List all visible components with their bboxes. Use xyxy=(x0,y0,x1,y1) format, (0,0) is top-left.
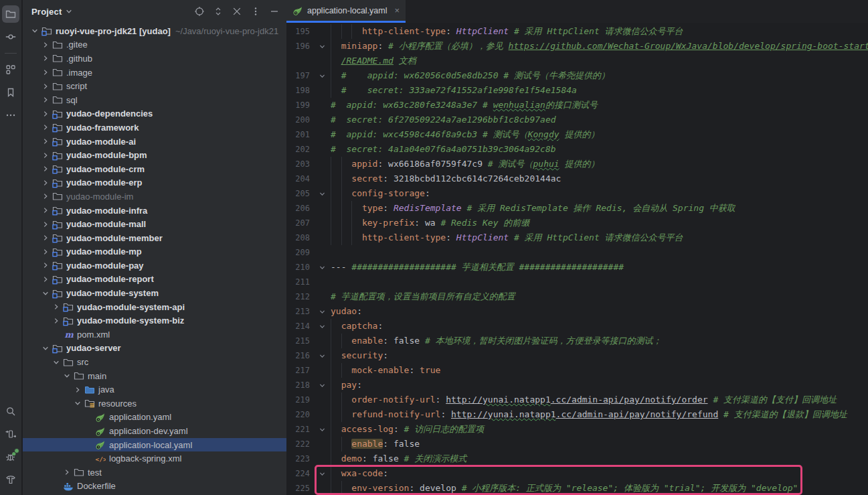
code-line-222[interactable]: 222 enable: false xyxy=(286,437,868,451)
tree-item-.github[interactable]: .github xyxy=(23,52,286,66)
tree-item-yudao-module-report[interactable]: yudao-module-report xyxy=(23,273,286,287)
tree-item-.gitee[interactable]: .gitee xyxy=(23,38,286,52)
chevron-right-icon[interactable] xyxy=(40,247,51,257)
fold-icon[interactable] xyxy=(313,378,331,393)
more-tool-windows-tool-button[interactable] xyxy=(2,107,19,124)
tree-item-application.yaml[interactable]: application.yaml xyxy=(23,411,286,425)
fold-icon[interactable] xyxy=(313,304,331,319)
services-tool-button[interactable] xyxy=(2,425,19,443)
chevron-right-icon[interactable] xyxy=(51,302,62,311)
editor-code[interactable]: 195 http-client-type: HttpClient # 采用 Ht… xyxy=(286,23,868,495)
search-tool-button[interactable] xyxy=(2,403,19,420)
project-tool-button[interactable] xyxy=(2,5,19,23)
tree-item-yudao-module-system[interactable]: yudao-module-system xyxy=(23,286,286,300)
chevron-right-icon[interactable] xyxy=(40,109,51,119)
chevron-right-icon[interactable] xyxy=(40,164,51,173)
fold-icon[interactable] xyxy=(313,422,331,437)
code-line-213[interactable]: 213yudao: xyxy=(286,304,868,319)
options-button[interactable] xyxy=(250,6,261,17)
fold-icon[interactable] xyxy=(313,348,331,363)
tab-application-local.yaml[interactable]: application-local.yaml× xyxy=(286,0,406,23)
tree-item-yudao-module-system-api[interactable]: yudao-module-system-api xyxy=(23,300,286,314)
structure-tool-button[interactable] xyxy=(2,61,19,78)
chevron-down-icon[interactable] xyxy=(40,289,51,298)
chevron-down-icon[interactable] xyxy=(29,26,40,36)
code-line-207[interactable]: 207 key-prefix: wa # Redis Key 的前缀 xyxy=(286,216,868,230)
chevron-down-icon[interactable] xyxy=(62,371,72,380)
chevron-right-icon[interactable] xyxy=(40,137,51,146)
chevron-right-icon[interactable] xyxy=(40,82,51,91)
tree-item-main[interactable]: main xyxy=(23,369,286,383)
tree-item-yudao-module-mall[interactable]: yudao-module-mall xyxy=(23,217,286,231)
chevron-right-icon[interactable] xyxy=(40,95,51,104)
tree-item-yudao-server[interactable]: yudao-server xyxy=(23,342,286,356)
chevron-right-icon[interactable] xyxy=(40,275,51,284)
tree-item-yudao-module-infra[interactable]: yudao-module-infra xyxy=(23,204,286,218)
chevron-right-icon[interactable] xyxy=(62,468,72,477)
code-line-221[interactable]: 221 access-log: # 访问日志的配置项 xyxy=(286,422,868,437)
code-line-198[interactable]: 198 # secret: 333ae72f41552af1e998fe1f54… xyxy=(286,83,868,98)
code-line-216[interactable]: 216 security: xyxy=(286,348,868,363)
tree-item-src[interactable]: src xyxy=(23,355,286,369)
code-line-225[interactable]: 225 env-version: develop # 小程序版本: 正式版为 "… xyxy=(286,481,868,495)
chevron-down-icon[interactable] xyxy=(72,399,83,408)
tree-item-yudao-module-mp[interactable]: yudao-module-mp xyxy=(23,245,286,259)
code-line-196[interactable]: 196 miniapp: # 小程序配置（必填），参见 https://gith… xyxy=(286,39,868,54)
tree-item-yudao-module-pay[interactable]: yudao-module-pay xyxy=(23,259,286,273)
chevron-right-icon[interactable] xyxy=(40,178,51,188)
tree-item-dockerfile[interactable]: Dockerfile xyxy=(23,480,286,494)
debug-tool-button[interactable] xyxy=(2,448,19,466)
code-line-211[interactable]: 211 xyxy=(286,275,868,289)
code-line-218[interactable]: 218 pay: xyxy=(286,378,868,393)
code-line-199[interactable]: 199# appid: wx63c280fe3248a3e7 # wenhual… xyxy=(286,98,868,113)
tree-item-logback-spring.xml[interactable]: </>logback-spring.xml xyxy=(23,451,286,466)
chevron-right-icon[interactable] xyxy=(40,206,51,215)
code-line-205[interactable]: 205 config-storage: xyxy=(286,186,868,201)
tree-item-yudao-module-erp[interactable]: yudao-module-erp xyxy=(23,176,286,190)
code-line-214[interactable]: 214 captcha: xyxy=(286,319,868,334)
tree-item-yudao-framework[interactable]: yudao-framework xyxy=(23,121,286,135)
tree-item-test[interactable]: test xyxy=(23,466,286,480)
code-line-200[interactable]: 200# secret: 6f270509224a7ae1296bbf1c8cb… xyxy=(286,113,868,127)
expand-collapse-button[interactable] xyxy=(213,6,224,17)
chevron-right-icon[interactable] xyxy=(40,40,51,50)
tree-item-pom.xml[interactable]: mpom.xml xyxy=(23,328,286,342)
code-line-219[interactable]: 219 order-notify-url: http://yunai.natap… xyxy=(286,393,868,407)
chevron-right-icon[interactable] xyxy=(72,385,83,395)
chevron-right-icon[interactable] xyxy=(40,233,51,242)
tree-item-yudao-module-member[interactable]: yudao-module-member xyxy=(23,231,286,245)
chevron-right-icon[interactable] xyxy=(40,123,51,132)
fold-icon[interactable] xyxy=(313,39,331,54)
code-line-197[interactable]: 197 # appid: wx62056c0d5e8db250 # 测试号（牛希… xyxy=(286,68,868,83)
tree-item-resources[interactable]: resources xyxy=(23,397,286,411)
code-line-201[interactable]: 201# appid: wxc4598c446f8a9cb3 # 测试号（Kon… xyxy=(286,127,868,142)
build-tool-button[interactable] xyxy=(2,471,19,488)
tree-item-yudao-module-ai[interactable]: yudao-module-ai xyxy=(23,135,286,149)
fold-icon[interactable] xyxy=(313,319,331,334)
chevron-down-icon[interactable] xyxy=(40,344,51,353)
code-line-210[interactable]: 210--- #################### 芋道相关配置 #####… xyxy=(286,260,868,275)
code-line-195[interactable]: 195 http-client-type: HttpClient # 采用 Ht… xyxy=(286,24,868,39)
tree-item-.image[interactable]: .image xyxy=(23,66,286,80)
chevron-down-icon[interactable] xyxy=(51,358,62,367)
code-line-203[interactable]: 203 appid: wx66186af0759f47c9 # 测试号（puhu… xyxy=(286,157,868,171)
project-panel-title[interactable]: Project xyxy=(31,7,62,17)
chevron-down-icon[interactable] xyxy=(64,7,74,16)
code-line-224[interactable]: 224 wxa-code: xyxy=(286,466,868,481)
fold-icon[interactable] xyxy=(313,186,331,201)
code-line-215[interactable]: 215 enable: false # 本地环境，暂时关闭图片验证码，方便登录等… xyxy=(286,334,868,348)
code-line-223[interactable]: 223 demo: false # 关闭演示模式 xyxy=(286,451,868,466)
fold-icon[interactable] xyxy=(313,260,331,275)
tree-item-yudao-module-im[interactable]: yudao-module-im xyxy=(23,190,286,204)
tree-item-yudao-module-crm[interactable]: yudao-module-crm xyxy=(23,162,286,176)
fold-icon[interactable] xyxy=(313,466,331,481)
bookmarks-tool-button[interactable] xyxy=(2,84,19,101)
tree-item-yudao-module-system-biz[interactable]: yudao-module-system-biz xyxy=(23,313,286,328)
code-line-209[interactable]: 209 xyxy=(286,245,868,260)
tree-item-yudao-dependencies[interactable]: yudao-dependencies xyxy=(23,107,286,121)
hide-panel-button[interactable] xyxy=(269,6,280,17)
chevron-right-icon[interactable] xyxy=(51,316,62,326)
tree-item-sql[interactable]: sql xyxy=(23,93,286,107)
chevron-right-icon[interactable] xyxy=(40,68,51,77)
close-tab-icon[interactable]: × xyxy=(395,6,400,15)
